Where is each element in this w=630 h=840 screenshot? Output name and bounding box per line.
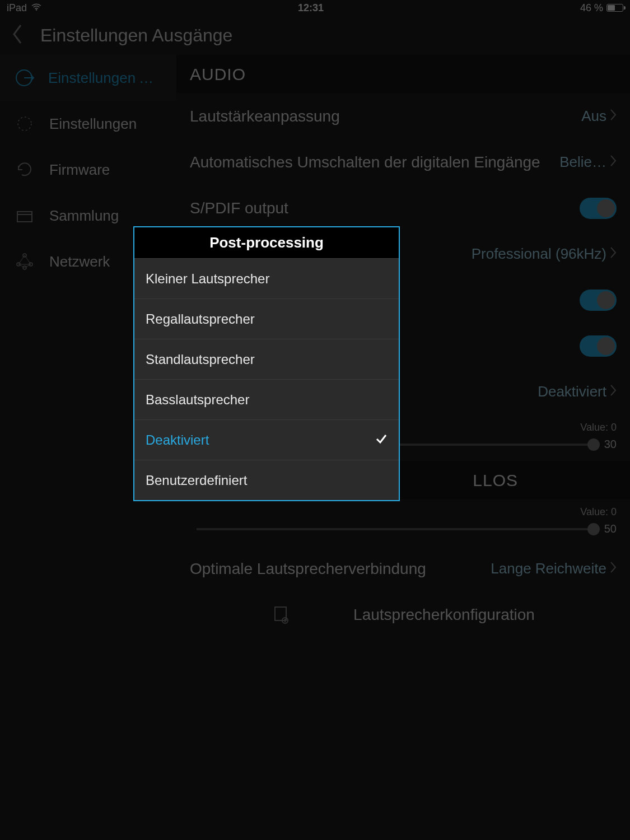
slider-max: 50: [604, 522, 617, 535]
svg-point-3: [18, 117, 31, 130]
row-value: Belie…: [559, 153, 606, 171]
chevron-right-icon: [610, 108, 617, 125]
sidebar-item-outputs[interactable]: Einstellungen Ausgä…: [0, 55, 176, 101]
row-speaker-config[interactable]: Lautsprecherkonfiguration: [176, 591, 630, 637]
option-label: Standlautsprecher: [146, 352, 255, 367]
modal-option-small-speaker[interactable]: Kleiner Lautsprecher: [134, 258, 399, 298]
row-value: Deaktiviert: [538, 383, 606, 400]
slider-track[interactable]: [197, 528, 598, 530]
option-label: Basslautsprecher: [146, 392, 249, 408]
slider-thumb[interactable]: [587, 523, 600, 535]
folder-icon: [13, 204, 36, 227]
modal-title: Post-processing: [134, 227, 399, 258]
row-value: Lange Reichweite: [491, 560, 606, 577]
sidebar-item-settings[interactable]: Einstellungen: [0, 101, 176, 147]
option-label: Deaktiviert: [146, 432, 209, 448]
network-icon: [13, 250, 36, 273]
sidebar-item-label: Sammlung: [49, 207, 119, 225]
row-label: Lautsprecherkonfiguration: [353, 606, 535, 624]
svg-rect-4: [17, 212, 32, 222]
row-label: Optimale Lautsprecherverbindung: [190, 560, 426, 578]
battery-icon: [606, 4, 623, 12]
sidebar-item-label: Netzwerk: [49, 253, 110, 270]
status-bar: iPad 12:31 46 %: [0, 0, 630, 16]
chevron-right-icon: [610, 153, 617, 171]
toggle-a[interactable]: [580, 290, 617, 311]
modal-option-custom[interactable]: Benutzerdefiniert: [134, 460, 399, 500]
refresh-icon: [13, 158, 36, 181]
section-audio: AUDIO: [176, 55, 630, 93]
option-label: Benutzerdefiniert: [146, 473, 247, 488]
toggle-spdif[interactable]: [580, 198, 617, 219]
row-volume-adjust[interactable]: Lautstärkeanpassung Aus: [176, 93, 630, 139]
modal-option-shelf-speaker[interactable]: Regallautsprecher: [134, 298, 399, 339]
modal-option-bass-speaker[interactable]: Basslautsprecher: [134, 379, 399, 419]
sidebar-item-label: Firmware: [49, 161, 110, 179]
sidebar-item-label: Einstellungen: [49, 115, 137, 133]
chevron-right-icon: [610, 560, 617, 577]
row-spdif-output[interactable]: S/PDIF output: [176, 185, 630, 231]
app-header: Einstellungen Ausgänge: [0, 16, 630, 55]
row-optimal-connection[interactable]: Optimale Lautsprecherverbindung Lange Re…: [176, 545, 630, 591]
check-icon: [375, 432, 388, 448]
row-label: S/PDIF output: [190, 199, 288, 217]
svg-point-0: [36, 9, 38, 11]
toggle-b[interactable]: [580, 335, 617, 357]
row-label: Lautstärkeanpassung: [190, 108, 340, 125]
slider-2[interactable]: Value: 0 50: [176, 499, 630, 545]
output-icon: [13, 67, 35, 89]
battery-percent: 46 %: [580, 2, 603, 14]
svg-rect-10: [275, 607, 286, 620]
slider-max: 30: [604, 438, 617, 451]
sidebar-item-label: Einstellungen Ausgä…: [48, 69, 163, 87]
row-value: Professional (96kHz): [472, 245, 606, 263]
wifi-icon: [31, 2, 41, 14]
modal-option-deactivated[interactable]: Deaktiviert: [134, 419, 399, 460]
device-label: iPad: [7, 2, 27, 14]
sidebar-item-firmware[interactable]: Firmware: [0, 147, 176, 193]
modal-option-floor-speaker[interactable]: Standlautsprecher: [134, 339, 399, 379]
back-button[interactable]: [11, 24, 24, 47]
option-label: Regallautsprecher: [146, 311, 255, 327]
slider-thumb[interactable]: [587, 438, 600, 451]
slider-value-label: Value: 0: [580, 506, 617, 518]
speaker-config-icon: [272, 605, 292, 625]
page-title: Einstellungen Ausgänge: [40, 25, 232, 46]
slider-value-label: Value: 0: [580, 422, 617, 433]
option-label: Kleiner Lautsprecher: [146, 271, 269, 287]
row-label: Automatisches Umschalten der digitalen E…: [190, 153, 540, 171]
clock: 12:31: [298, 2, 324, 14]
chevron-right-icon: [610, 383, 617, 400]
row-auto-switch[interactable]: Automatisches Umschalten der digitalen E…: [176, 139, 630, 185]
chevron-right-icon: [610, 245, 617, 263]
gear-icon: [13, 113, 36, 135]
row-value: Aus: [581, 108, 606, 125]
modal-post-processing: Post-processing Kleiner Lautsprecher Reg…: [133, 226, 400, 501]
